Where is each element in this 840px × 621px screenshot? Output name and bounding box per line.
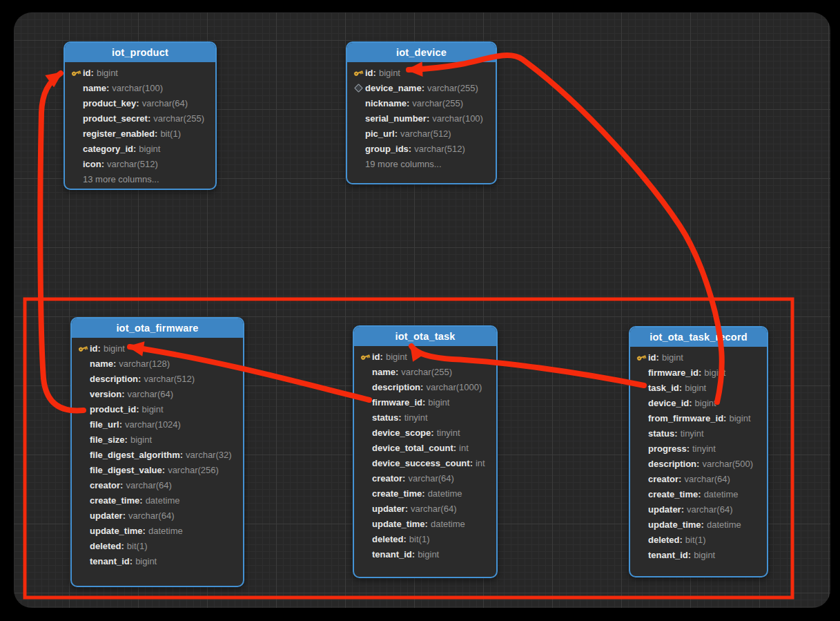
column-row[interactable]: firmware_id:bigint: [354, 394, 496, 410]
column-row[interactable]: tenant_id:bigint: [630, 547, 767, 562]
column-row[interactable]: deleted:bit(1): [630, 532, 767, 547]
column-row[interactable]: product_key:varchar(64): [65, 95, 215, 111]
column-name: description: [372, 382, 420, 392]
column-row[interactable]: tenant_id:bigint: [354, 546, 496, 562]
column-row[interactable]: id:bigint: [347, 65, 496, 80]
table-iot-ota-task[interactable]: iot_ota_task id:bigintname:varchar(255)d…: [353, 325, 498, 578]
column-name: id: [365, 68, 373, 78]
column-row[interactable]: id:bigint: [72, 341, 243, 356]
table-header[interactable]: iot_product: [65, 43, 215, 62]
column-icon-spacer: [76, 449, 90, 460]
column-row[interactable]: device_id:bigint: [630, 395, 767, 410]
column-row[interactable]: name:varchar(128): [72, 356, 243, 371]
column-name-separator: :: [180, 450, 183, 460]
column-type: bigint: [135, 556, 157, 566]
column-row[interactable]: product_id:bigint: [72, 401, 243, 417]
column-row[interactable]: progress:tinyint: [630, 441, 767, 456]
column-row[interactable]: pic_url:varchar(512): [347, 126, 496, 141]
column-name: create_time: [372, 488, 422, 499]
column-row[interactable]: device_scope:tinyint: [354, 425, 496, 440]
table-iot-device[interactable]: iot_device id:bigintdevice_name:varchar(…: [346, 41, 497, 184]
primary-key-icon: [358, 351, 372, 362]
column-name: device_id: [648, 398, 689, 408]
column-row[interactable]: updater:varchar(64): [354, 501, 496, 516]
column-row[interactable]: creator:varchar(64): [354, 470, 496, 486]
column-row[interactable]: file_digest_algorithm:varchar(32): [72, 447, 243, 462]
column-row[interactable]: create_time:datetime: [630, 486, 767, 501]
column-name-separator: :: [162, 465, 165, 475]
column-name: file_digest_algorithm: [90, 450, 180, 460]
column-row[interactable]: device_name:varchar(255): [347, 80, 496, 95]
column-row[interactable]: file_digest_value:varchar(256): [72, 462, 243, 477]
more-columns-row[interactable]: 19 more columns...: [347, 156, 496, 171]
column-name-separator: :: [106, 83, 109, 93]
column-row[interactable]: creator:varchar(64): [72, 477, 243, 493]
table-iot-ota-task-record[interactable]: iot_ota_task_record id:bigintfirmware_id…: [629, 326, 768, 577]
column-row[interactable]: id:bigint: [630, 350, 767, 365]
column-row[interactable]: description:varchar(500): [630, 456, 767, 471]
column-row[interactable]: nickname:varchar(255): [347, 95, 496, 111]
column-row[interactable]: device_total_count:int: [354, 440, 496, 455]
table-iot-product[interactable]: iot_product id:bigintname:varchar(100)pr…: [64, 41, 217, 190]
column-row[interactable]: description:varchar(1000): [354, 379, 496, 394]
table-header[interactable]: iot_device: [347, 43, 496, 62]
column-name-separator: :: [380, 352, 383, 362]
column-row[interactable]: task_id:bigint: [630, 380, 767, 395]
column-row[interactable]: device_success_count:int: [354, 455, 496, 470]
column-row[interactable]: deleted:bit(1): [354, 531, 496, 546]
column-row[interactable]: updater:varchar(64): [630, 501, 767, 517]
column-row[interactable]: create_time:datetime: [354, 486, 496, 501]
column-row[interactable]: update_time:datetime: [630, 517, 767, 532]
column-icon-spacer: [358, 366, 372, 377]
column-row[interactable]: update_time:datetime: [354, 516, 496, 531]
column-row[interactable]: status:tinyint: [630, 426, 767, 441]
table-columns: id:bigintfirmware_id:biginttask_id:bigin…: [630, 347, 767, 562]
column-row[interactable]: serial_number:varchar(100): [347, 111, 496, 126]
column-name: update_time: [372, 519, 425, 529]
column-row[interactable]: name:varchar(100): [65, 80, 215, 95]
column-name: updater: [90, 510, 123, 521]
column-row[interactable]: category_id:bigint: [65, 141, 215, 156]
column-icon-spacer: [358, 381, 372, 392]
column-icon-spacer: [69, 143, 83, 154]
column-row[interactable]: product_secret:varchar(255): [65, 111, 215, 126]
column-type: bigint: [379, 68, 400, 78]
column-row[interactable]: deleted:bit(1): [72, 538, 243, 553]
column-type: varchar(64): [126, 480, 171, 490]
column-row[interactable]: firmware_id:bigint: [630, 365, 767, 380]
column-row[interactable]: id:bigint: [65, 65, 215, 80]
column-type: int: [476, 458, 485, 468]
more-columns-row[interactable]: 13 more columns...: [65, 171, 215, 187]
column-row[interactable]: register_enabled:bit(1): [65, 126, 215, 141]
column-row[interactable]: file_size:bigint: [72, 432, 243, 447]
column-row[interactable]: group_ids:varchar(512): [347, 141, 496, 156]
column-row[interactable]: description:varchar(512): [72, 371, 243, 386]
column-name: nickname: [365, 98, 407, 108]
column-row[interactable]: status:tinyint: [354, 410, 496, 425]
column-row[interactable]: id:bigint: [354, 349, 496, 364]
column-row[interactable]: from_firmware_id:bigint: [630, 410, 767, 426]
column-name: firmware_id: [648, 367, 699, 378]
column-row[interactable]: update_time:datetime: [72, 523, 243, 538]
column-name-separator: :: [404, 534, 407, 544]
table-header[interactable]: iot_ota_task: [354, 327, 496, 346]
column-row[interactable]: version:varchar(64): [72, 386, 243, 401]
column-icon-spacer: [634, 382, 648, 393]
column-row[interactable]: tenant_id:bigint: [72, 553, 243, 569]
column-row[interactable]: creator:varchar(64): [630, 471, 767, 486]
column-type: varchar(64): [142, 98, 188, 108]
column-row[interactable]: file_url:varchar(1024): [72, 417, 243, 432]
column-row[interactable]: name:varchar(255): [354, 364, 496, 379]
column-name: updater: [648, 504, 681, 515]
column-type: varchar(128): [119, 359, 170, 369]
table-iot-ota-firmware[interactable]: iot_ota_firmware id:bigintname:varchar(1…: [70, 317, 244, 587]
column-name: file_url: [90, 419, 119, 430]
column-row[interactable]: updater:varchar(64): [72, 508, 243, 523]
column-row[interactable]: create_time:datetime: [72, 493, 243, 508]
table-header[interactable]: iot_ota_firmware: [72, 318, 243, 338]
column-name-separator: :: [101, 159, 104, 169]
column-row[interactable]: icon:varchar(512): [65, 156, 215, 171]
table-header[interactable]: iot_ota_task_record: [630, 327, 767, 347]
diagram-page: { "tables": [ { "title": "iot_product", …: [0, 0, 840, 621]
column-name: create_time: [90, 495, 139, 506]
